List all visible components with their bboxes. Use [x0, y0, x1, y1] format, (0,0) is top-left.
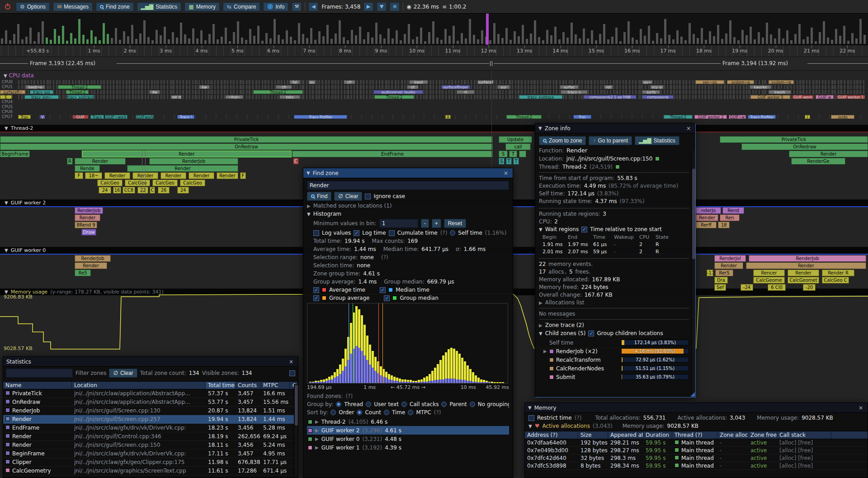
location-value[interactable]: jni/../jni/src/guif/Screen.cpp:150 [566, 156, 653, 162]
memory-column-header-address[interactable]: Address (?) [525, 431, 578, 439]
collapse-icon[interactable]: ▼ [528, 405, 532, 410]
child-zone-row[interactable]: ▶RenderJob (×2)4.16 ms (92.60%) [539, 347, 689, 355]
timeline-zone[interactable]: 6 Cl0 [768, 284, 786, 291]
child-zone-row[interactable]: RecalcTransform72.92 μs (1.62%) [539, 355, 689, 364]
timeline-zone[interactable]: RenderJob [75, 207, 103, 214]
log-values-checkbox[interactable] [313, 230, 319, 236]
memory-column-header-call-stack[interactable]: Call stack [777, 431, 831, 439]
column-header-location[interactable]: Location [72, 382, 206, 389]
help-marker[interactable]: (?) [345, 393, 353, 399]
timeline-zone[interactable]: Dra [714, 277, 728, 284]
timeline-zone[interactable]: 18~ [85, 172, 102, 179]
column-header-name[interactable]: Name [3, 382, 72, 389]
timeline-zone[interactable]: RenderJob [749, 255, 866, 262]
zone-info-window[interactable]: ▼ Zone info × Zoom to zone ↑Go to parent… [535, 123, 696, 398]
toolbar-button-options[interactable]: ⚙Options [16, 2, 50, 11]
self-time-radio[interactable] [450, 230, 455, 236]
table-row[interactable]: Renderjni/../jni/src/guif/Screen.cpp:257… [3, 415, 298, 424]
timeline-zone[interactable]: Ren [720, 214, 740, 221]
timeline-zone[interactable]: CalcGeomet [788, 277, 819, 284]
memory-column-header-size[interactable]: Size [578, 431, 608, 439]
timeline-zone[interactable]: 24 [99, 187, 111, 194]
timeline-zone[interactable]: Render [82, 151, 292, 157]
group-by-radio-thread[interactable] [336, 402, 341, 407]
timeline-zone[interactable]: EndFrame [292, 151, 493, 157]
table-row[interactable]: OnRedrawjni/../jni/src/claw/application/… [3, 398, 298, 407]
power-button[interactable] [3, 2, 13, 11]
timeline-zone[interactable]: PrivateTick [0, 136, 493, 143]
timeline-zone[interactable]: 26 [158, 187, 170, 194]
toolbar-button-memory[interactable]: ▦Memory [184, 2, 220, 11]
toolbar-button-compare[interactable]: ⇆Compare [223, 2, 260, 11]
help-marker[interactable]: (?) [575, 415, 582, 421]
wait-table-row[interactable]: 2.01 ms2.07 ms59 μs-2R [542, 249, 689, 256]
legend-checkbox[interactable] [380, 287, 386, 293]
column-header-counts[interactable]: Counts [236, 382, 261, 389]
timeline-zone[interactable]: RenderGe [791, 158, 845, 165]
timeline-zone[interactable]: -20 [803, 284, 816, 291]
table-row[interactable]: Renderjni/../jni/src/guif/Screen.cpp:150… [3, 441, 298, 450]
table-row[interactable]: BeginFramejni/../jni/src/claw/gfx/drv/vk… [3, 450, 298, 458]
memory-column-header-appeared-at[interactable]: Appeared at [608, 431, 643, 439]
timeline-zone[interactable]: T [513, 158, 519, 165]
timeline-zone[interactable]: Rend [722, 207, 744, 214]
memory-column-header-thread[interactable]: Thread (?) [672, 431, 717, 439]
timeline-zone[interactable]: 24 [177, 187, 189, 194]
memory-table-row[interactable]: 0x7e049b3d00128 bytes298.27 ms59.95 sMai… [525, 447, 868, 454]
statistics-titlebar[interactable]: Statistics × [3, 357, 298, 367]
goto-frame-button[interactable]: ⊕ [390, 2, 400, 11]
scrollbar-thumb[interactable] [692, 169, 695, 259]
table-row[interactable]: CalcGeometryjni/../jni/src/claw/graphics… [3, 467, 298, 475]
timeline-zone[interactable]: F [75, 172, 83, 179]
timeline-zone[interactable]: Render [75, 158, 126, 165]
group-by-radio-parent[interactable] [441, 402, 447, 407]
timeline-zone[interactable]: CalcGeo [152, 180, 178, 186]
timeline-zone[interactable] [519, 151, 526, 157]
memory-column-header-zone-free[interactable]: Zone free [748, 431, 777, 439]
memory-table-row[interactable]: 0x7dfc42d64032 bytes298.3 ms59.95 sMain … [525, 454, 868, 462]
thread-value[interactable]: Thread-2 [562, 164, 587, 170]
timeline-zone[interactable]: 18 [718, 222, 730, 228]
timeline-zone[interactable]: Update [499, 136, 532, 143]
clear-button[interactable]: ∅Clear [334, 192, 362, 201]
sort-by-radio-order[interactable] [330, 410, 336, 415]
frame-dropdown-button[interactable]: ▼ [377, 2, 387, 11]
timeline-zone[interactable]: RenderJob [75, 255, 111, 262]
timeline-zone[interactable]: Render [160, 172, 186, 179]
timeline-zone[interactable]: Rencer [753, 270, 785, 276]
timeline-zone[interactable]: Render [104, 172, 130, 179]
timeline-zone[interactable]: Draw [81, 229, 96, 236]
memory-table-row[interactable]: 0x7dfc53d8988 bytes298.34 ms59.95 sMain … [525, 462, 868, 470]
found-zone-group[interactable]: ▶GUIF worker 2(3,296)4.61 s [307, 426, 509, 435]
timeline-zone[interactable]: Rerff [696, 222, 717, 228]
resize-grip[interactable] [690, 392, 695, 397]
collapse-icon[interactable]: ▼ [539, 227, 542, 232]
timeline-zone[interactable]: Render [75, 262, 107, 269]
histogram-plot[interactable] [307, 303, 508, 383]
close-icon[interactable]: × [288, 359, 295, 365]
time-relative-checkbox[interactable] [581, 227, 587, 232]
timeline-zone[interactable]: nderJo [696, 207, 721, 214]
collapse-icon[interactable]: ▼ [307, 170, 310, 175]
timeline-zone[interactable]: S [499, 158, 505, 165]
timeline-zone[interactable]: RenderJol [714, 255, 746, 262]
toolbar-button-info[interactable]: iInfo [263, 2, 288, 11]
legend-checkbox[interactable] [313, 295, 319, 301]
column-header-total-time[interactable]: Total time ▼ [206, 382, 236, 389]
zoom-to-zone-button[interactable]: Zoom to zone [539, 136, 586, 145]
found-zone-group[interactable]: ▶GUIF worker 0(3,231)4.48 s [307, 435, 509, 443]
timeline-zone[interactable]: Render [714, 262, 743, 269]
child-zone-row[interactable]: Self time172.14 μs (3.83%) [539, 338, 689, 347]
close-icon[interactable]: × [502, 170, 509, 176]
child-zone-row[interactable]: Submit35.63 μs (0.79%) [539, 373, 689, 381]
timeline-zone[interactable]: Render R [822, 270, 854, 276]
memory-window[interactable]: ▼ Memory × Restrict time (?) Total alloc… [524, 402, 868, 478]
timeline-zone[interactable]: CalcGeo [97, 180, 123, 186]
timeline-zone[interactable]: -24 [741, 284, 753, 291]
timeline-zone[interactable]: Render [746, 262, 866, 269]
timeline-zone[interactable]: CalcGeo C [822, 277, 849, 284]
timeline-zone[interactable]: T [506, 158, 512, 165]
timeline-zone[interactable]: C [150, 187, 155, 194]
legend-checkbox[interactable] [384, 295, 390, 301]
tools-button[interactable]: ⚒ [292, 2, 302, 11]
